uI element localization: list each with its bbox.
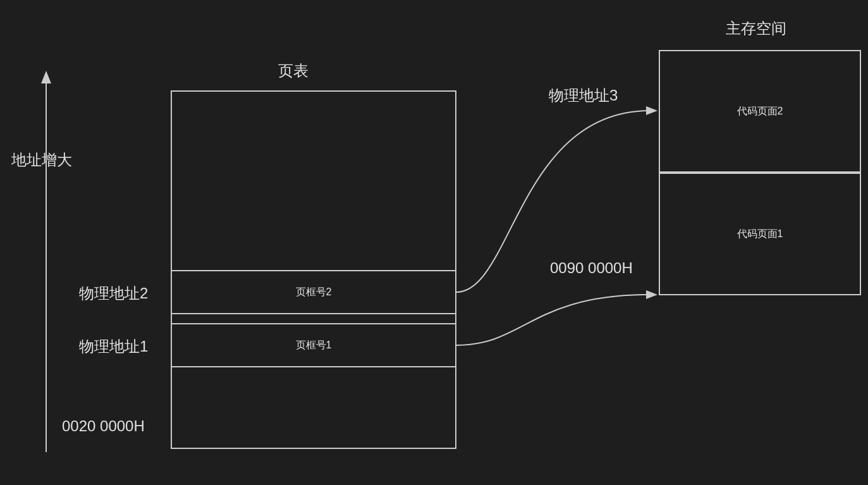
axis-label: 地址增大: [11, 150, 72, 170]
main-memory-title: 主存空间: [726, 18, 786, 39]
curve-frame1-to-mem: [456, 295, 650, 345]
page-frame1-left-label: 物理地址1: [79, 336, 148, 357]
curve-frame2-arrowhead: [646, 106, 657, 115]
page-table-row-frame1: 页框号1: [171, 323, 456, 367]
code-page1-label: 代码页面1: [737, 228, 783, 241]
page-frame2-left-label: 物理地址2: [79, 283, 148, 304]
main-memory-base-address: 0090 0000H: [550, 259, 633, 277]
page-table-title: 页表: [278, 61, 309, 81]
page-frame2-label: 页框号2: [296, 286, 332, 299]
pointer-label-phys3: 物理地址3: [549, 85, 618, 106]
page-table-row-frame2: 页框号2: [171, 270, 456, 314]
code-page2-label: 代码页面2: [737, 105, 783, 118]
code-page1-cell: 代码页面1: [659, 173, 861, 295]
page-frame1-label: 页框号1: [296, 339, 332, 352]
code-page2-cell: 代码页面2: [659, 50, 861, 173]
axis-arrowhead: [41, 71, 51, 83]
curve-frame1-arrowhead: [646, 290, 657, 299]
diagram-stage: 地址增大 页表 页框号2 物理地址2 页框号1 物理地址1 0020 0000H…: [0, 0, 868, 485]
page-table-base-address: 0020 0000H: [62, 417, 145, 435]
